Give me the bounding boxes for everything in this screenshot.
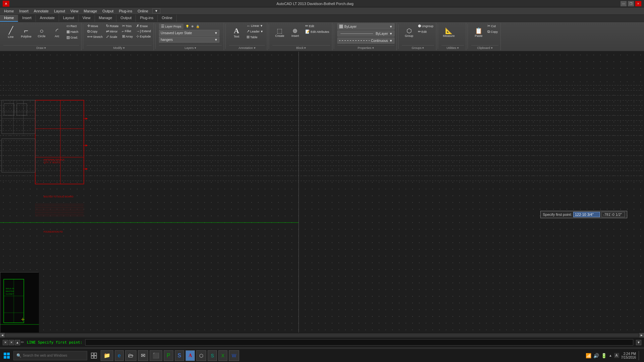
menu-output[interactable]: Output	[100, 8, 116, 14]
taskbar-app-green[interactable]: P	[164, 350, 173, 361]
mirror-button[interactable]: ⇌Mirror	[105, 29, 119, 34]
network-icon[interactable]: 📶	[586, 353, 591, 358]
hatch-button[interactable]: ▦Hatch	[66, 29, 79, 34]
taskbar-app-10[interactable]: S	[208, 350, 217, 361]
layer-properties-button[interactable]: ☰Layer Props	[159, 23, 183, 29]
start-button[interactable]	[1, 350, 12, 361]
scroll-left-button[interactable]: ◄	[0, 333, 5, 338]
menu-annotate[interactable]: Annotate	[31, 8, 51, 14]
group-edit-button[interactable]: ✏Edit	[417, 29, 434, 34]
ribbon-tab-home[interactable]: Home	[0, 15, 18, 22]
menu-view[interactable]: View	[68, 8, 81, 14]
copy-button[interactable]: ⧉Copy	[87, 29, 104, 34]
explode-button[interactable]: ⊹Explode	[136, 34, 152, 39]
language-indicator[interactable]: A	[614, 353, 619, 358]
arc-button[interactable]: ◜ Arc	[50, 23, 64, 42]
coord-x-input[interactable]	[573, 212, 600, 217]
layer-freeze-button[interactable]: ❄	[191, 24, 195, 28]
ribbon-tab-insert[interactable]: Insert	[18, 15, 36, 22]
edit-button[interactable]: ✏ Edit	[305, 23, 330, 28]
rectangle-button[interactable]: ▭Rect	[66, 23, 79, 28]
command-input[interactable]	[85, 339, 633, 346]
edit-attributes-button[interactable]: 📝 Edit Attributes	[305, 29, 330, 34]
minimize-button[interactable]: —	[621, 1, 627, 6]
search-bar[interactable]: 🔍	[13, 351, 87, 360]
taskbar-app-mail[interactable]: ✉	[138, 350, 148, 361]
measure-button[interactable]: 📐 Measure	[441, 23, 456, 42]
cmd-scroll-up[interactable]: ✕	[3, 340, 8, 345]
scroll-thumb-h[interactable]	[6, 334, 638, 337]
text-icon: A	[234, 27, 239, 35]
coord-y-input[interactable]	[601, 212, 625, 217]
ribbon-tab-plugins[interactable]: Plug-ins	[136, 15, 158, 22]
move-button[interactable]: ✛Move	[87, 23, 104, 28]
leader-button[interactable]: ↗ Leader ▼	[246, 29, 264, 34]
taskbar-app-autocad[interactable]: A	[185, 350, 195, 361]
layer-state-dropdown[interactable]: Unsaved Layer State ▼	[159, 30, 219, 36]
ribbon-tab-output[interactable]: Output	[116, 15, 136, 22]
paste-button[interactable]: 📋 Paste	[471, 23, 486, 42]
gradient-button[interactable]: ▨Grad.	[66, 35, 79, 40]
menu-online[interactable]: Online	[135, 8, 151, 14]
cmd-scroll-down[interactable]: ✕	[9, 340, 14, 345]
color-dropdown[interactable]: ByLayer ▼	[337, 23, 394, 29]
layer-lock-button[interactable]: 🔒	[195, 24, 200, 28]
linetype-dropdown[interactable]: ByLayer ▼	[337, 31, 394, 37]
battery-icon[interactable]: 🔋	[601, 353, 607, 358]
layer-on-button[interactable]: 💡	[185, 24, 190, 28]
menu-layout[interactable]: Layout	[51, 8, 68, 14]
text-button[interactable]: A Text	[229, 23, 244, 42]
cmd-history-btn[interactable]: ▲	[15, 340, 20, 345]
ribbon-tab-online[interactable]: Online	[158, 15, 177, 22]
menu-insert[interactable]: Insert	[16, 8, 31, 14]
search-input[interactable]	[23, 354, 84, 357]
create-button[interactable]: ⬚ Create	[272, 23, 287, 42]
fillet-button[interactable]: ⌐Fillet	[121, 29, 134, 34]
polyline-button[interactable]: ⌐ Polyline	[19, 23, 34, 42]
line-button[interactable]: ╱ Line	[3, 23, 18, 42]
taskbar-app-word[interactable]: W	[229, 350, 239, 361]
tray-expand-btn[interactable]: ▲	[609, 354, 612, 357]
taskbar-app-file-manager[interactable]: 📁	[101, 350, 113, 361]
trim-button[interactable]: ✂Trim	[121, 23, 134, 28]
ribbon-tab-annotate[interactable]: Annotate	[36, 15, 59, 22]
scroll-right-button[interactable]: ►	[639, 333, 644, 338]
array-button[interactable]: ⊞Array	[121, 34, 134, 39]
ribbon-tab-view[interactable]: View	[78, 15, 95, 22]
stretch-button[interactable]: ⟺Stretch	[87, 34, 104, 39]
scale-button[interactable]: ⤢Scale	[105, 34, 119, 39]
layer-name-dropdown[interactable]: hangers ▼	[159, 37, 219, 43]
taskbar-app-blue[interactable]: S	[175, 350, 184, 361]
taskbar-app-edge[interactable]: e	[115, 350, 124, 361]
ribbon-tab-layout[interactable]: Layout	[59, 15, 78, 22]
insert-button[interactable]: ⊕ Insert	[288, 23, 303, 42]
group-button[interactable]: ⬡ Group	[402, 23, 417, 42]
maximize-button[interactable]: ❐	[628, 1, 634, 6]
table-button[interactable]: ⊞ Table	[246, 35, 264, 40]
show-desktop-btn[interactable]	[639, 351, 640, 360]
cut-button[interactable]: ✂Cut	[487, 23, 498, 28]
linear-button[interactable]: ↔ Linear ▼	[246, 23, 264, 28]
rotate-button[interactable]: ↻Rotate	[105, 23, 119, 28]
circle-button[interactable]: ○ Circle	[34, 23, 49, 42]
taskbar-app-9[interactable]: ⬡	[196, 350, 206, 361]
menu-manage[interactable]: Manage	[81, 8, 100, 14]
volume-icon[interactable]: 🔊	[593, 353, 599, 358]
ribbon-tab-manage[interactable]: Manage	[95, 15, 117, 22]
taskbar-app-excel[interactable]: X	[218, 350, 227, 361]
extend-button[interactable]: →|Extend	[136, 29, 152, 34]
linestyle-dropdown[interactable]: Continuous ▼	[337, 38, 394, 44]
taskbar-app-explorer[interactable]: 🗁	[125, 350, 137, 361]
close-button[interactable]: ✕	[635, 1, 641, 6]
cmd-expand-btn[interactable]: ▼	[636, 340, 641, 345]
horizontal-scrollbar[interactable]: ◄ ►	[0, 333, 644, 337]
canvas-area[interactable]: MATERIAL/DEVICE QTY: 1" BOLTS BOLTED TO …	[0, 52, 644, 333]
erase-button[interactable]: ✗Erase	[136, 23, 152, 28]
task-view-button[interactable]	[89, 350, 99, 361]
taskbar-app-orange[interactable]: ⬛	[150, 350, 162, 361]
ungroup-button[interactable]: ⬢Ungroup	[417, 23, 434, 28]
copy-clipboard-button[interactable]: ⧉Copy	[487, 29, 498, 34]
menu-home[interactable]: Home	[1, 8, 16, 14]
menu-plugins[interactable]: Plug-ins	[116, 8, 135, 14]
menu-expand[interactable]: ▼	[152, 8, 160, 13]
